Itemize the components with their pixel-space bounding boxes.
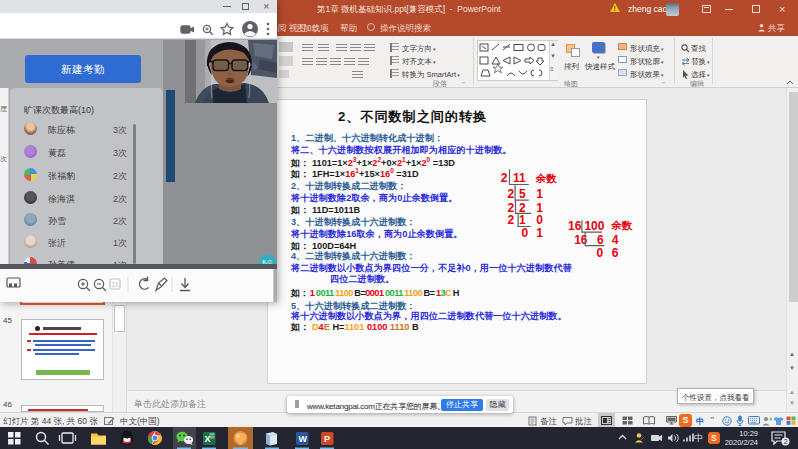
svg-text:1: 1 [519, 213, 526, 227]
svg-text:5: 5 [519, 187, 526, 201]
svg-text:11: 11 [112, 281, 119, 288]
svg-text:0: 0 [596, 246, 603, 260]
svg-text:6: 6 [597, 233, 604, 247]
svg-text:2: 2 [507, 213, 514, 227]
svg-text:0: 0 [521, 226, 528, 240]
svg-text:2: 2 [507, 187, 514, 201]
svg-text:6: 6 [612, 246, 619, 260]
svg-text:0: 0 [536, 213, 543, 227]
svg-text:余数: 余数 [534, 172, 557, 184]
svg-text:1: 1 [536, 187, 543, 201]
svg-text:16: 16 [568, 219, 582, 233]
svg-text:2: 2 [784, 438, 788, 445]
svg-text:2: 2 [501, 171, 508, 185]
svg-text:4: 4 [612, 233, 619, 247]
svg-text:11: 11 [513, 171, 526, 185]
svg-text:P: P [324, 434, 330, 444]
svg-text:1: 1 [536, 226, 543, 240]
svg-text:W: W [299, 434, 308, 444]
svg-text:X: X [205, 434, 211, 444]
svg-text:余数: 余数 [610, 219, 633, 231]
svg-text:100: 100 [584, 219, 604, 233]
svg-text:16: 16 [574, 233, 588, 247]
